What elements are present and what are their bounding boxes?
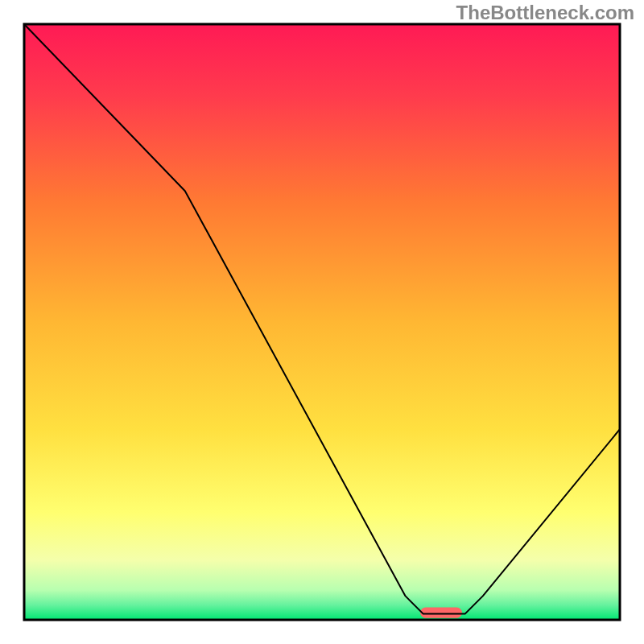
optimal-marker (420, 607, 462, 617)
watermark-text: TheBottleneck.com (456, 2, 634, 24)
chart-svg (0, 0, 644, 644)
chart-container: TheBottleneck.com (0, 0, 644, 644)
chart-background (24, 24, 620, 620)
